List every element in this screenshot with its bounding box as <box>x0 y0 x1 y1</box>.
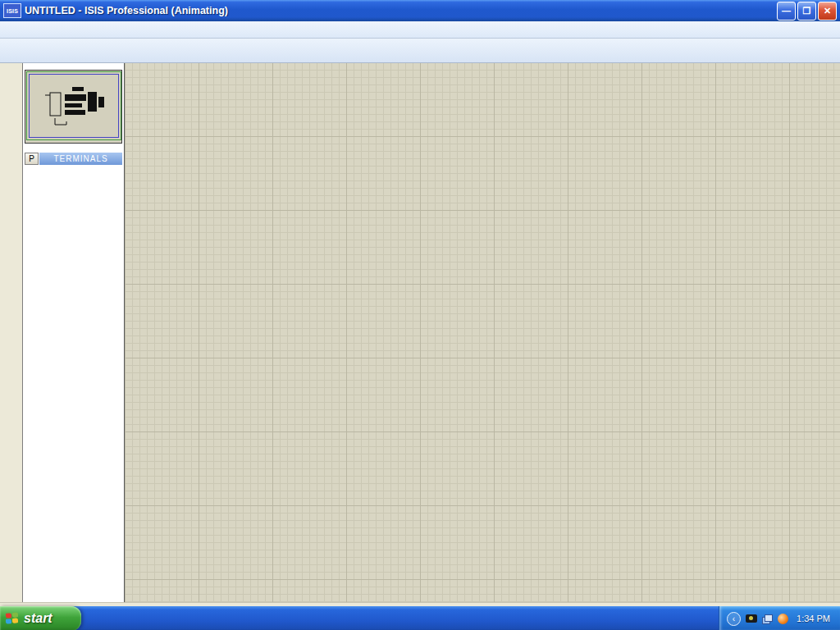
window-title: UNTITLED - ISIS Professional (Animating) <box>25 5 774 16</box>
schematic-canvas[interactable] <box>125 63 840 602</box>
windows-flag-icon <box>6 612 19 626</box>
hidden-icons-chevron[interactable]: ‹ <box>727 612 741 626</box>
toolbar <box>0 39 840 63</box>
network-tray-icon[interactable] <box>762 614 773 623</box>
desktop: ISIS UNTITLED - ISIS Professional (Anima… <box>0 0 840 630</box>
taskbar: start ‹ 1:34 PM <box>0 606 840 630</box>
start-button[interactable]: start <box>0 606 81 630</box>
object-selector <box>25 167 122 602</box>
restore-button[interactable]: ❐ <box>797 2 816 21</box>
selector-title: TERMINALS <box>39 153 122 165</box>
start-label: start <box>24 611 52 626</box>
overview-thumbnail <box>25 71 122 141</box>
schematic-svg <box>125 63 840 602</box>
system-tray: ‹ 1:34 PM <box>719 606 840 630</box>
left-panel: P TERMINALS <box>23 63 125 602</box>
pick-parts-button[interactable]: P <box>25 153 39 165</box>
taskbar-clock: 1:34 PM <box>797 614 830 623</box>
camera-tray-icon[interactable] <box>746 614 757 623</box>
app-icon-isis: ISIS <box>3 3 21 18</box>
menubar <box>0 21 840 39</box>
update-tray-icon[interactable] <box>778 614 788 624</box>
schematic-overview[interactable] <box>25 70 122 144</box>
mode-toolbar <box>0 63 23 602</box>
object-selector-header: P TERMINALS <box>25 153 122 165</box>
minimize-button[interactable]: — <box>777 2 796 21</box>
close-button[interactable]: ✕ <box>818 2 837 21</box>
titlebar: ISIS UNTITLED - ISIS Professional (Anima… <box>0 0 840 21</box>
